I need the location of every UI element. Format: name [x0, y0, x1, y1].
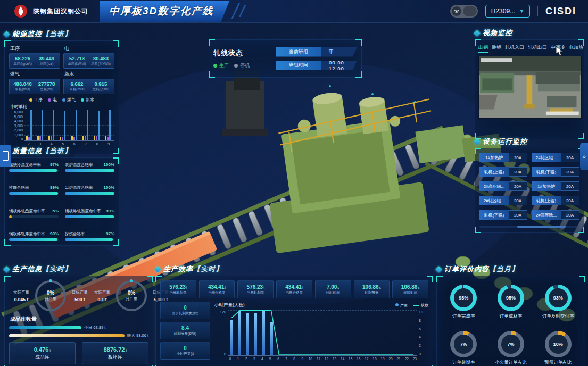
donut-reserved-order-ratio: 10% 预留订单占比 — [544, 331, 572, 366]
efficiency-panel-title: 生产效率【实时】 — [163, 264, 223, 274]
devices-panel-title: 设备运行监控 — [483, 137, 527, 146]
panel-icon — [3, 151, 9, 161]
video-tab-tapping[interactable]: 出钢 — [478, 42, 488, 53]
x-tick-label: 9 — [299, 356, 307, 362]
device-item[interactable]: 1#加热炉20A — [479, 153, 527, 162]
cisdi-logo: CISDI — [545, 6, 576, 17]
stat-card: 106.86s间隙时间 — [392, 280, 428, 298]
x-tick-label: 3 — [39, 142, 41, 146]
device-item[interactable]: 2#高压除...20A — [479, 181, 527, 191]
stat-card: 434.41t当日合格量 — [276, 280, 312, 298]
chart-line — [231, 311, 413, 355]
energy-group-gas: 煤气 486.040单耗(m³/t) 277578总耗(m³) — [9, 71, 60, 94]
chart-bar — [44, 140, 45, 140]
y-tick-label: 4 — [419, 335, 421, 339]
x-tick-label: 15 — [346, 356, 354, 362]
video-tab-heating[interactable]: 电加热 — [569, 42, 583, 53]
bar-group — [48, 110, 56, 140]
chart-bar — [100, 140, 102, 140]
quality-panel-title: 质量信息【当班】 — [12, 146, 72, 156]
line-select-dropdown[interactable]: H2309... ▼ — [485, 5, 530, 18]
chart-bar — [73, 137, 75, 141]
video-panel-title: 视频监控 — [483, 28, 512, 38]
daily-output-gauge: 实际产量0.045 t 0%日产量 目标产量500 t — [10, 280, 91, 311]
chart-bar — [48, 136, 50, 140]
chart-bar — [98, 111, 100, 140]
x-tick-label: 20 — [387, 356, 395, 362]
panel-diamond-icon — [474, 138, 481, 145]
visibility-toggle[interactable] — [450, 5, 478, 18]
quality-item: 钢板终轧温度命中率99% — [65, 209, 114, 218]
panel-energy: 能源监控【当班】 工序 68.226单耗(kgce/t) 39.449总耗(tc… — [4, 29, 119, 154]
devices-scrollbar[interactable] — [479, 226, 579, 228]
header-divider — [94, 6, 94, 16]
eye-icon — [452, 6, 461, 16]
y-tick-label: 2 — [419, 344, 421, 347]
chart-bar — [37, 136, 39, 140]
panel-diamond-icon — [3, 31, 10, 38]
x-tick-label: 4 — [51, 142, 53, 146]
y-tick-label: 0 — [224, 352, 226, 356]
donut-overdue-rate: 7% 订单超期率 — [450, 331, 477, 366]
energy-hour-chart: 6,0005,0004,0003,0002,0001,0000 — [9, 110, 114, 141]
chart-bar — [78, 140, 79, 140]
chart-bar — [76, 110, 77, 140]
stat-card: 8.4轧制节奏(s/块) — [160, 322, 210, 339]
slab-stock-card: 8876.72t 板坯库 — [82, 342, 148, 364]
y-tick-label: 3,000 — [14, 124, 23, 128]
x-tick-label: 17 — [362, 356, 370, 362]
chart-bar — [71, 136, 73, 140]
quality-item: 性能合格率99% — [9, 185, 59, 195]
device-item[interactable]: 2#轧区辊...20A — [532, 153, 579, 162]
panel-diamond-icon — [3, 266, 10, 273]
device-item[interactable]: 轧机(上辊)20A — [479, 167, 527, 177]
device-item[interactable]: 轧机(下辊)20A — [532, 167, 579, 177]
company-name: 陕钢集团汉钢公司 — [33, 7, 88, 16]
x-tick-label: 8 — [291, 356, 299, 362]
device-item[interactable]: 1#加热炉20A — [532, 181, 579, 191]
efficiency-stats-row: 576.23t当班轧制量 434.41t当班合格量 576.23t当日轧制量 4… — [160, 280, 428, 298]
y-tick-label: 2,000 — [14, 128, 23, 132]
device-item[interactable]: 2#高压除...20A — [532, 210, 579, 220]
quality-item: 装炉温度合格率100% — [65, 162, 114, 172]
panel-collapse-handle[interactable]: » — [580, 143, 588, 170]
energy-chart-legend: 工序 电 煤气 新水 — [9, 97, 114, 103]
panel-efficiency: 生产效率【实时】 576.23t当班轧制量 434.41t当班合格量 576.2… — [155, 264, 433, 366]
dock-widget[interactable] — [0, 145, 11, 167]
device-item[interactable]: 轧机(下辊)20A — [479, 210, 527, 220]
vertical-divider — [270, 48, 270, 69]
output-chart-legend: 产量 块数 — [395, 303, 428, 308]
donut-short-order-ratio: 7% 小欠量订单占比 — [495, 331, 527, 366]
output-chart-x-axis: 01234567891011121314151617181920212223 — [226, 356, 419, 362]
y-tick-label: 0 — [419, 352, 421, 356]
production-panel-title: 生产信息【实时】 — [12, 264, 72, 274]
x-tick-label: 5 — [266, 356, 274, 362]
x-tick-label: 13 — [330, 356, 338, 362]
scrollbar-thumb[interactable] — [517, 226, 565, 228]
device-item[interactable]: 轧机(上辊)20A — [532, 196, 579, 205]
chart-bar — [32, 140, 34, 140]
chart-bar — [39, 136, 41, 140]
chart-bar — [55, 140, 56, 140]
current-shift-row: 当前班组 甲 — [276, 47, 357, 57]
stat-card: 576.23t当班轧制量 — [160, 280, 196, 298]
x-tick-label: 1 — [234, 356, 242, 362]
y-tick-label: 5,000 — [14, 115, 23, 119]
y-tick-label: 10 — [419, 310, 423, 314]
quality-item: 出炉温度合格率100% — [65, 185, 114, 195]
video-tab-mill-entry[interactable]: 轧机入口 — [505, 42, 524, 53]
finished-goods-card: 0.476t 成品库 — [9, 342, 76, 364]
cctv-feed[interactable] — [478, 56, 582, 119]
device-item[interactable]: 2#轧区辊...20A — [479, 196, 527, 205]
chart-bar — [82, 136, 84, 140]
x-tick-label: 23 — [411, 356, 419, 362]
chart-bar — [64, 111, 65, 140]
panel-quality: 质量信息【当班】 超快冷温度命中率97% 装炉温度合格率100% 性能合格率99… — [4, 146, 119, 246]
chart-bar — [28, 137, 30, 140]
x-tick-label: 4 — [258, 356, 266, 362]
video-tab-charging[interactable]: 装钢 — [492, 42, 501, 53]
chart-bar — [85, 136, 86, 140]
video-tab-mill-exit[interactable]: 轧机出口 — [528, 42, 547, 53]
x-tick-label: 12 — [322, 356, 330, 362]
hourly-output-chart: 小时产量(大板) 产量 块数 1200 1086420 — [214, 302, 428, 362]
